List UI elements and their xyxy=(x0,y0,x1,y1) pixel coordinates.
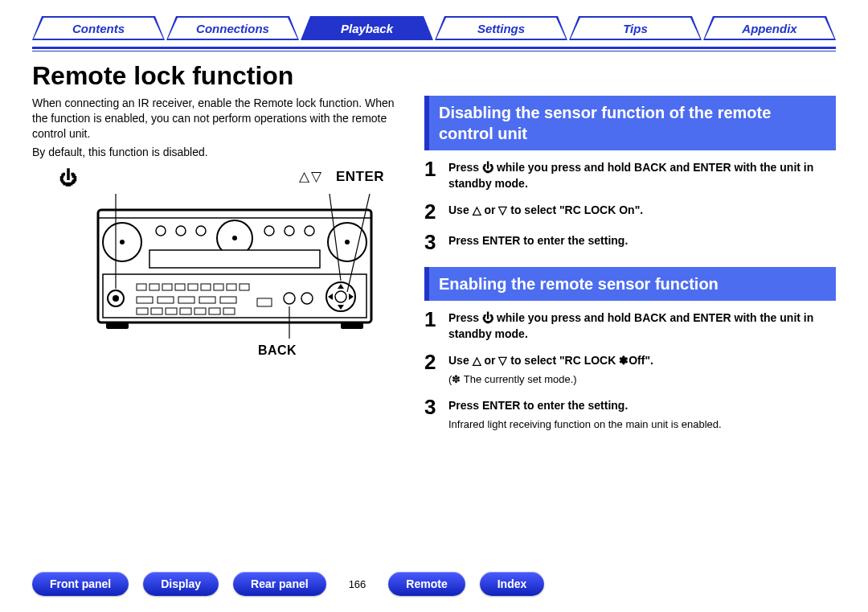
svg-rect-36 xyxy=(194,308,206,314)
tab-contents[interactable]: Contents xyxy=(32,16,165,40)
step-number: 1 xyxy=(424,309,440,342)
svg-rect-34 xyxy=(166,308,177,314)
svg-rect-33 xyxy=(151,308,162,314)
tab-appendix[interactable]: Appendix xyxy=(703,16,836,40)
intro-paragraph-1: When connecting an IR receiver, enable t… xyxy=(32,96,402,142)
tab-label: Contents xyxy=(32,16,165,40)
svg-rect-23 xyxy=(201,284,211,290)
svg-rect-29 xyxy=(178,297,194,303)
power-icon: ⏻ xyxy=(32,168,78,189)
tab-label: Settings xyxy=(435,16,567,40)
svg-point-12 xyxy=(285,226,294,236)
svg-point-5 xyxy=(120,240,125,244)
section-heading-enable: Enabling the remote sensor function xyxy=(424,267,836,301)
top-nav: Contents Connections Playback Settings T… xyxy=(0,0,868,47)
tab-settings[interactable]: Settings xyxy=(435,16,567,40)
front-panel-button[interactable]: Front panel xyxy=(32,572,129,596)
svg-point-13 xyxy=(305,226,314,236)
remote-button[interactable]: Remote xyxy=(388,572,465,596)
step-row: 3 Press ENTER to enter the setting. Infr… xyxy=(424,396,836,432)
svg-rect-24 xyxy=(214,284,223,290)
svg-rect-37 xyxy=(209,308,220,314)
step-number: 2 xyxy=(424,201,440,222)
step-number: 3 xyxy=(424,396,440,432)
svg-rect-21 xyxy=(175,284,185,290)
svg-rect-39 xyxy=(257,298,272,306)
svg-rect-20 xyxy=(162,284,172,290)
page-number: 166 xyxy=(341,578,375,590)
svg-point-43 xyxy=(335,291,346,302)
step-row: 2 Use △ or ▽ to select "RC LOCK On". xyxy=(424,201,836,222)
tab-label: Appendix xyxy=(703,16,836,40)
svg-rect-38 xyxy=(223,308,235,314)
index-button[interactable]: Index xyxy=(480,572,545,596)
step-number: 3 xyxy=(424,232,440,253)
display-button[interactable]: Display xyxy=(143,572,219,596)
svg-point-7 xyxy=(232,236,237,240)
step-number: 1 xyxy=(424,158,440,191)
nav-divider-thin xyxy=(32,51,836,51)
svg-rect-26 xyxy=(240,284,249,290)
svg-rect-27 xyxy=(137,297,153,303)
step-row: 2 Use △ or ▽ to select "RC LOCK ✽Off". (… xyxy=(424,351,836,387)
svg-point-8 xyxy=(156,226,166,236)
svg-point-10 xyxy=(196,226,206,236)
rear-panel-button[interactable]: Rear panel xyxy=(233,572,326,596)
svg-rect-48 xyxy=(106,322,129,329)
step-row: 1 Press ⏻ while you press and hold BACK … xyxy=(424,309,836,342)
step-text: Press ⏻ while you press and hold BACK an… xyxy=(448,160,836,191)
section-heading-disable: Disabling the sensor function of the rem… xyxy=(424,96,836,150)
device-diagram: ⏻ △▽ ENTER xyxy=(32,168,402,358)
step-text: Press ENTER to enter the setting. xyxy=(448,233,628,249)
back-label: BACK xyxy=(32,343,402,358)
nav-divider xyxy=(32,47,836,49)
page-title: Remote lock function xyxy=(32,61,836,91)
step-text: Use △ or ▽ to select "RC LOCK ✽Off". xyxy=(448,353,653,369)
receiver-illustration xyxy=(32,194,402,339)
svg-rect-35 xyxy=(180,308,191,314)
svg-rect-19 xyxy=(149,284,159,290)
svg-point-40 xyxy=(284,293,295,304)
step-subtext: Infrared light receiving function on the… xyxy=(448,417,722,432)
step-text: Press ENTER to enter the setting. xyxy=(448,398,722,414)
svg-rect-49 xyxy=(341,322,363,329)
step-row: 1 Press ⏻ while you press and hold BACK … xyxy=(424,158,836,191)
svg-point-41 xyxy=(301,293,313,304)
intro-paragraph-2: By default, this function is disabled. xyxy=(32,145,402,160)
svg-rect-28 xyxy=(158,297,174,303)
step-number: 2 xyxy=(424,351,440,387)
svg-rect-14 xyxy=(149,250,320,268)
footer-nav: Front panel Display Rear panel 166 Remot… xyxy=(32,572,836,596)
arrow-icons: △▽ xyxy=(299,169,323,184)
tab-connections[interactable]: Connections xyxy=(166,16,299,40)
step-row: 3 Press ENTER to enter the setting. xyxy=(424,232,836,253)
svg-rect-25 xyxy=(227,284,236,290)
svg-rect-22 xyxy=(188,284,198,290)
svg-point-9 xyxy=(176,226,186,236)
step-subtext: (✽ The currently set mode.) xyxy=(448,372,653,387)
tab-label: Connections xyxy=(166,16,299,40)
svg-rect-32 xyxy=(137,308,148,314)
svg-point-6 xyxy=(345,240,350,244)
svg-rect-30 xyxy=(199,297,215,303)
svg-point-17 xyxy=(113,295,119,302)
svg-rect-18 xyxy=(137,284,146,290)
svg-point-11 xyxy=(264,226,274,236)
tab-playback[interactable]: Playback xyxy=(301,16,433,40)
step-text: Use △ or ▽ to select "RC LOCK On". xyxy=(448,203,643,219)
tab-label: Playback xyxy=(301,16,433,40)
step-text: Press ⏻ while you press and hold BACK an… xyxy=(448,310,836,342)
svg-rect-31 xyxy=(220,297,236,303)
tab-label: Tips xyxy=(569,16,702,40)
tab-tips[interactable]: Tips xyxy=(569,16,702,40)
enter-label: ENTER xyxy=(336,169,384,184)
